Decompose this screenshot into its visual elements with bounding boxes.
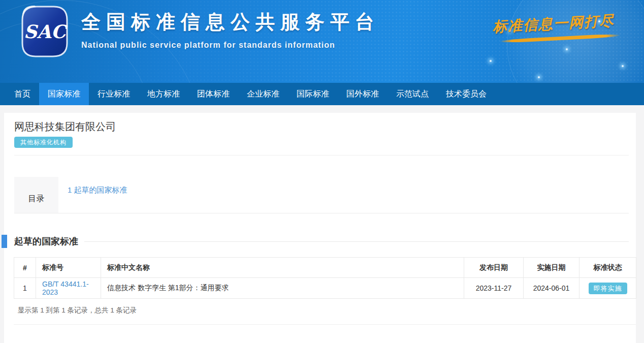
nav-item-local-standards[interactable]: 地方标准 [139, 83, 188, 105]
sac-logo[interactable]: SAC [21, 6, 68, 57]
svg-text:SAC: SAC [24, 21, 68, 42]
content-card: 网思科技集团有限公司 其他标准化机构 目录 1 起草的国家标准 起草的国家标准 … [4, 113, 636, 343]
col-header-index: # [14, 258, 36, 278]
standards-table: # 标准号 标准中文名称 发布日期 实施日期 标准状态 1 GB/T 43441… [14, 257, 636, 299]
cell-publish-date: 2023-11-27 [464, 278, 524, 299]
table-row: 1 GB/T 43441.1-2023 信息技术 数字孪生 第1部分：通用要求 … [14, 278, 636, 299]
site-subtitle: National public service platform for sta… [81, 41, 380, 50]
nav-item-enterprise-standards[interactable]: 企业标准 [238, 83, 288, 105]
pagination-summary: 显示第 1 到第 1 条记录，总共 1 条记录 [14, 299, 636, 324]
nav-item-industry-standards[interactable]: 行业标准 [89, 83, 139, 105]
col-header-standard-no: 标准号 [36, 258, 101, 278]
section-accent-marker [2, 235, 7, 248]
glow-dot [490, 60, 492, 62]
table-header-row: # 标准号 标准中文名称 发布日期 实施日期 标准状态 [14, 258, 636, 278]
standard-no-link[interactable]: GB/T 43441.1-2023 [42, 280, 89, 296]
sac-logo-icon: SAC [21, 6, 68, 57]
glow-dot [538, 76, 540, 78]
toc-body: 1 起草的国家标准 [58, 177, 629, 213]
nav-item-technical-committee[interactable]: 技术委员会 [437, 83, 495, 105]
header-banner: SAC 全国标准信息公共服务平台 National public service… [0, 0, 644, 83]
col-header-name-cn: 标准中文名称 [101, 258, 464, 278]
cell-standard-no: GB/T 43441.1-2023 [36, 278, 101, 299]
site-brand: 全国标准信息公共服务平台 National public service pla… [81, 9, 380, 50]
glow-dot [566, 48, 568, 50]
organization-type-badge: 其他标准化机构 [14, 137, 73, 148]
col-header-implement-date: 实施日期 [524, 258, 579, 278]
site-title: 全国标准信息公共服务平台 [81, 9, 380, 35]
nav-item-foreign-standards[interactable]: 国外标准 [338, 83, 388, 105]
col-header-status: 标准状态 [579, 258, 636, 278]
cell-implement-date: 2024-06-01 [524, 278, 579, 299]
section-header: 起草的国家标准 [4, 235, 629, 248]
main-navigation: 首页 国家标准 行业标准 地方标准 团体标准 企业标准 国际标准 国外标准 示范… [0, 83, 644, 105]
cell-name-cn: 信息技术 数字孪生 第1部分：通用要求 [101, 278, 464, 299]
nav-item-group-standards[interactable]: 团体标准 [188, 83, 238, 105]
section-rule-line [84, 241, 629, 242]
divider [14, 155, 629, 155]
toc-label: 目录 [14, 177, 58, 213]
col-header-publish-date: 发布日期 [464, 258, 524, 278]
nav-item-national-standards[interactable]: 国家标准 [39, 83, 89, 105]
glow-dot [622, 65, 624, 67]
standards-table-container: # 标准号 标准中文名称 发布日期 实施日期 标准状态 1 GB/T 43441… [14, 257, 636, 325]
nav-item-home[interactable]: 首页 [6, 83, 39, 105]
toc-panel: 目录 1 起草的国家标准 [14, 177, 629, 213]
cell-status: 即将实施 [579, 278, 636, 299]
cell-index: 1 [14, 278, 36, 299]
status-badge: 即将实施 [589, 283, 627, 294]
organization-name: 网思科技集团有限公司 [14, 120, 116, 134]
nav-item-international-standards[interactable]: 国际标准 [288, 83, 338, 105]
nav-item-pilot-demonstration[interactable]: 示范试点 [388, 83, 437, 105]
section-title: 起草的国家标准 [14, 235, 78, 247]
toc-link-drafted-national-standards[interactable]: 1 起草的国家标准 [68, 185, 127, 194]
